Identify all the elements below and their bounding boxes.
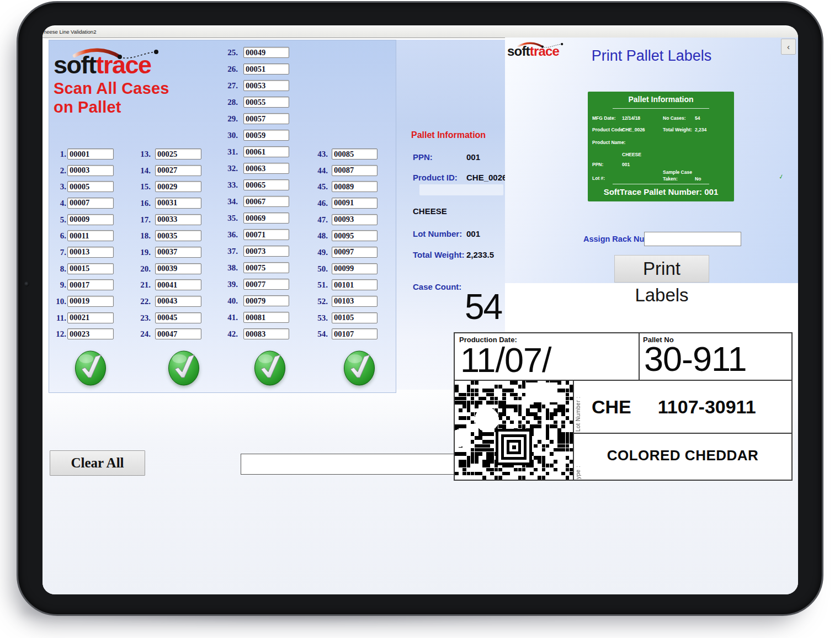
product-id-value: CHE_0026 bbox=[466, 173, 507, 182]
pallet-info-card: Pallet Information MFG Date: 12/14/18 No… bbox=[588, 92, 734, 201]
card-product-name-value: CHEESE bbox=[622, 152, 641, 157]
label-product-name: COLORED CHEDDAR bbox=[574, 447, 791, 464]
green-check-icon bbox=[75, 349, 107, 386]
column-status-checks bbox=[49, 40, 397, 394]
lot-number-vertical-label: Lot Number : bbox=[575, 383, 581, 432]
pallet-info-title: Pallet Information bbox=[411, 130, 486, 140]
sample-case-label-1: Sample Case bbox=[663, 169, 692, 175]
card-ppn-label: PPN: bbox=[592, 162, 603, 167]
datamatrix-barcode bbox=[455, 381, 574, 480]
total-weight-value: 2,233.5 bbox=[466, 250, 494, 259]
lot-number-label: Lot Number: bbox=[413, 229, 462, 238]
tablet-screen: heese Line Validation2 softtrace Scan Al… bbox=[42, 25, 798, 594]
product-type-cell: ype : COLORED CHEDDAR bbox=[574, 434, 791, 480]
production-date-value: 11/07/ bbox=[460, 343, 551, 378]
sample-case-label-2: Taken: bbox=[663, 176, 678, 182]
tablet-frame: heese Line Validation2 softtrace Scan Al… bbox=[17, 1, 823, 616]
product-code-value: CHE_0026 bbox=[622, 127, 645, 132]
product-code-label: Product Code: bbox=[592, 127, 625, 132]
no-cases-value: 54 bbox=[695, 115, 700, 121]
card-divider bbox=[613, 184, 709, 184]
card-divider bbox=[613, 108, 709, 109]
case-count-value: 54 bbox=[465, 289, 502, 325]
case-count-label: Case Count: bbox=[413, 282, 461, 291]
card-ppn-value: 001 bbox=[622, 162, 630, 167]
back-arrow-icon: ‹ bbox=[787, 42, 790, 51]
product-name-value: CHEESE bbox=[413, 206, 447, 216]
product-name-label: Product Name: bbox=[592, 140, 625, 145]
window-titlebar: heese Line Validation2 bbox=[42, 27, 798, 38]
pallet-label-preview: Production Date: 11/07/ Pallet No 30-911… bbox=[454, 332, 793, 481]
small-check-mark-icon: ✓ bbox=[778, 173, 785, 181]
pallet-no-value: 30-911 bbox=[644, 342, 747, 376]
ppn-label: PPN: bbox=[413, 152, 433, 162]
card-title: Pallet Information bbox=[588, 95, 734, 104]
print-pallet-title: Print Pallet Labels bbox=[505, 47, 798, 65]
green-check-icon bbox=[168, 349, 200, 386]
label-code-prefix: CHE bbox=[592, 396, 631, 418]
production-date-cell: Production Date: 11/07/ bbox=[455, 333, 640, 381]
scan-entry-input[interactable] bbox=[241, 454, 455, 475]
window-title: heese Line Validation2 bbox=[44, 29, 96, 35]
no-cases-label: No Cases: bbox=[663, 115, 686, 121]
ppn-value: 001 bbox=[466, 152, 480, 162]
green-check-icon bbox=[254, 349, 286, 386]
lot-number-value: 001 bbox=[466, 229, 480, 238]
mfg-date-value: 12/14/18 bbox=[622, 115, 640, 121]
total-weight-label: Total Weight: bbox=[413, 250, 465, 259]
clear-all-button[interactable]: Clear All bbox=[50, 450, 145, 476]
lot-number-cell: Lot Number : CHE 1107-30911 bbox=[574, 381, 791, 434]
softtrace-pallet-number: SoftTrace Pallet Number: 001 bbox=[588, 187, 734, 196]
print-pallet-panel: softtrace Print Pallet Labels ‹ ✓ Pallet… bbox=[505, 38, 798, 283]
card-total-weight-label: Total Weight: bbox=[663, 127, 692, 132]
scan-panel: softtrace Scan All Cases on Pallet 1.2.3… bbox=[49, 40, 396, 393]
lot-hash-label: Lot #: bbox=[592, 176, 605, 181]
rack-number-input[interactable] bbox=[644, 232, 741, 246]
label-code-number: 1107-30911 bbox=[658, 396, 756, 418]
sample-case-value: No bbox=[695, 176, 701, 182]
mfg-date-label: MFG Date: bbox=[592, 115, 616, 121]
tablet-camera bbox=[24, 281, 29, 286]
product-id-field[interactable] bbox=[419, 184, 503, 195]
card-total-weight-value: 2,234 bbox=[695, 127, 706, 132]
product-id-label: Product ID: bbox=[413, 173, 458, 182]
back-arrow-button[interactable]: ‹ bbox=[781, 39, 796, 55]
print-labels-button[interactable]: Print Labels bbox=[614, 255, 709, 283]
green-check-icon bbox=[343, 349, 375, 386]
pallet-no-cell: Pallet No 30-911 bbox=[640, 333, 791, 381]
